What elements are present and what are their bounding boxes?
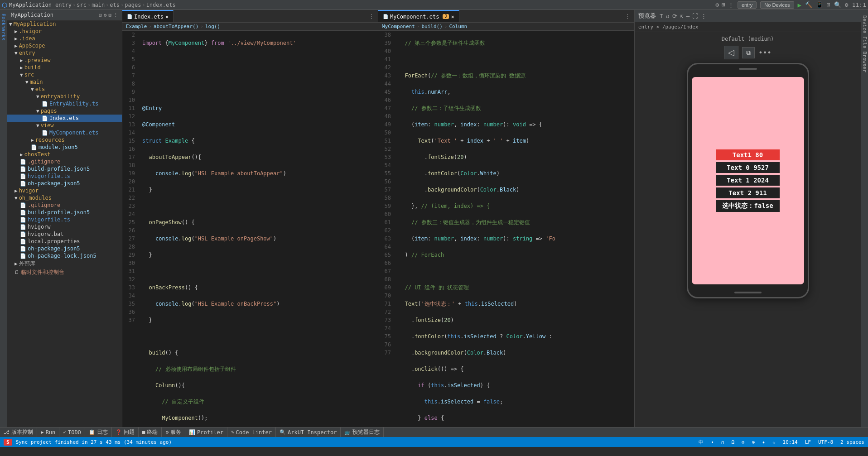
- settings-icon[interactable]: ⚙: [715, 1, 719, 8]
- tree-item-pages[interactable]: ▼ pages: [7, 107, 122, 115]
- status-icon1[interactable]: ∩: [721, 439, 724, 445]
- bc-file[interactable]: Index.ets: [146, 2, 176, 8]
- tree-item-build-profile2[interactable]: 📄 build-profile.json5: [7, 209, 122, 216]
- bc-build[interactable]: build(): [421, 24, 442, 29]
- device-file-browser-tab[interactable]: Device File Browser: [861, 12, 868, 76]
- toolbar-run[interactable]: ▶ Run: [37, 427, 59, 437]
- run-button[interactable]: ▶: [798, 1, 801, 9]
- bc-log[interactable]: log(): [205, 24, 220, 29]
- tree-item-hvigor[interactable]: ▶ .hvigor: [7, 28, 122, 35]
- search-icon[interactable]: 🔍: [834, 1, 841, 8]
- tree-item-ohostest[interactable]: ▶ ohosTest: [7, 151, 122, 158]
- more-ctrl[interactable]: •••: [758, 48, 772, 57]
- status-icon3[interactable]: ⊕: [742, 439, 745, 445]
- bc-example[interactable]: Example: [126, 24, 147, 29]
- tab-close2[interactable]: ✕: [451, 14, 454, 20]
- build-icon[interactable]: 🔨: [805, 1, 812, 8]
- tree-item-gitignore[interactable]: 📄 .gitignore: [7, 158, 122, 165]
- tree-item-hvigorfile2[interactable]: 📄 hvigorfile.ts: [7, 216, 122, 223]
- tree-item-oh-package2[interactable]: 📄 oh-package.json5: [7, 245, 122, 252]
- tree-item-src[interactable]: ▼ src: [7, 71, 122, 78]
- code-content-right[interactable]: // 第三个参数是子组件生成函数 ForEach(// 参数一：数组，循环渲染的…: [396, 31, 634, 427]
- settings-icon2[interactable]: ⚙: [845, 1, 849, 8]
- tree-item-hvigorw[interactable]: 📄 hvigorw: [7, 223, 122, 230]
- tree-item-build[interactable]: ▶ build: [7, 64, 122, 71]
- status-indent[interactable]: 2 spaces: [840, 439, 864, 445]
- tree-item-oh-package-lock[interactable]: 📄 oh-package-lock.json5: [7, 252, 122, 259]
- more-preview-icon[interactable]: ⋮: [701, 13, 707, 19]
- tree-item-gitignore2[interactable]: 📄 .gitignore: [7, 202, 122, 209]
- bc-ets[interactable]: ets: [110, 2, 120, 8]
- toolbar-icon2[interactable]: ⊡: [827, 1, 830, 8]
- tree-item-myapp[interactable]: ▼ MyApplication: [7, 20, 122, 28]
- bc-pages[interactable]: pages: [125, 2, 141, 8]
- fullscreen-icon[interactable]: ⛶: [692, 13, 698, 19]
- tree-item-scratch[interactable]: 🗒 临时文件和控制台: [7, 268, 122, 277]
- toolbar-log[interactable]: 📋 日志: [85, 427, 112, 437]
- tree-item-local-props[interactable]: 📄 local.properties: [7, 238, 122, 245]
- toolbar-profiler[interactable]: 📊 Profiler: [185, 427, 227, 437]
- tree-item-entryability-ts[interactable]: 📄 EntryAbility.ts: [7, 100, 122, 107]
- tree-item-index-ets[interactable]: 📄 Index.ets: [7, 115, 122, 122]
- tree-item-external[interactable]: ▶ 外部库: [7, 259, 122, 268]
- toolbar-code-linter[interactable]: ✎ Code Linter: [227, 427, 276, 437]
- tree-item-view[interactable]: ▼ view: [7, 122, 122, 129]
- tree-item-ets[interactable]: ▼ ets: [7, 86, 122, 93]
- status-icon2[interactable]: Ω: [731, 439, 734, 445]
- filter-icon[interactable]: ⊞: [108, 12, 111, 18]
- bookmarks-tab[interactable]: Bookmarks: [0, 14, 6, 41]
- collapse-icon[interactable]: ⊟: [99, 12, 102, 18]
- more-tree-icon[interactable]: ⋮: [113, 12, 118, 18]
- tree-item-hvigor2[interactable]: ▶ hvigor: [7, 187, 122, 194]
- device-text-4[interactable]: Text 2 911: [716, 187, 780, 198]
- bc-entry[interactable]: entry: [55, 2, 72, 8]
- tree-item-appscope[interactable]: ▶ AppScope: [7, 42, 122, 49]
- sync-icon[interactable]: ⟳: [672, 13, 677, 19]
- layout-icon[interactable]: ⊞: [722, 1, 725, 8]
- toolbar-arkui-inspector[interactable]: 🔍 ArkUI Inspector: [276, 427, 341, 437]
- tree-item-oh-package[interactable]: 📄 oh-package.json5: [7, 180, 122, 187]
- code-scroll-right[interactable]: MyComponent › build() › Column 38 39 40 …: [378, 23, 634, 427]
- refresh-icon[interactable]: ↺: [666, 13, 670, 19]
- tree-item-mycomponent[interactable]: 📄 MyComponent.ets: [7, 129, 122, 136]
- device-text-status[interactable]: 选中状态：false: [716, 200, 780, 212]
- device-text-1[interactable]: Text1 80: [716, 149, 780, 160]
- toolbar-todo[interactable]: ✓ TODO: [59, 427, 85, 437]
- toolbar-problems[interactable]: ❓ 问题: [112, 427, 139, 437]
- more-icon[interactable]: ⋮: [728, 1, 734, 8]
- entry-dropdown[interactable]: entry: [738, 1, 757, 9]
- status-icon5[interactable]: ✦: [762, 439, 765, 445]
- tree-item-module-json[interactable]: 📄 module.json5: [7, 144, 122, 151]
- status-lang[interactable]: 中: [699, 439, 704, 446]
- code-scroll-left[interactable]: Example › aboutToAppear() › log() 2 3 4 …: [122, 23, 378, 427]
- status-encoding[interactable]: UTF-8: [818, 439, 833, 445]
- settings-preview-icon[interactable]: —: [686, 13, 690, 19]
- font-inc-icon[interactable]: T: [660, 13, 663, 19]
- toolbar-preview-log[interactable]: 📺 预览器日志: [341, 427, 384, 437]
- toolbar-terminal[interactable]: ■ 终端: [139, 427, 162, 437]
- code-content-left[interactable]: import {MyComponent} from '../view/MyCom…: [140, 31, 378, 427]
- expand-icon[interactable]: ⇱: [680, 13, 684, 19]
- tree-item-main[interactable]: ▼ main: [7, 78, 122, 86]
- toolbar-services[interactable]: ⚙ 服务: [162, 427, 185, 437]
- status-icon4[interactable]: ⊗: [752, 439, 755, 445]
- tree-item-resources[interactable]: ▶ resources: [7, 136, 122, 144]
- pane-menu-right[interactable]: ⋮: [621, 13, 634, 19]
- bc-main[interactable]: main: [92, 2, 105, 8]
- settings-tree-icon[interactable]: ⚙: [104, 12, 107, 18]
- harmony-badge[interactable]: S: [4, 439, 12, 446]
- no-devices-dropdown[interactable]: No Devices: [760, 1, 794, 9]
- device-text-3[interactable]: Text 1 2024: [716, 175, 780, 186]
- tab-index-ets[interactable]: 📄 Index.ets ✕: [122, 10, 174, 22]
- device-text-2[interactable]: Text 0 9527: [716, 162, 780, 173]
- tree-item-preview[interactable]: ▶ .preview: [7, 57, 122, 64]
- tree-item-entry[interactable]: ▼ entry: [7, 49, 122, 57]
- tree-item-hvigorfile[interactable]: 📄 hvigorfile.ts: [7, 173, 122, 180]
- device-mgr-icon[interactable]: 📱: [816, 1, 823, 8]
- tree-item-build-profile[interactable]: 📄 build-profile.json5: [7, 165, 122, 173]
- pane-menu-left[interactable]: ⋮: [365, 13, 378, 19]
- tab-close[interactable]: ✕: [165, 14, 169, 20]
- tree-item-hvigorw-bat[interactable]: 📄 hvigorw.bat: [7, 230, 122, 238]
- tree-item-entryability[interactable]: ▼ entryability: [7, 93, 122, 100]
- status-lf[interactable]: LF: [805, 439, 811, 445]
